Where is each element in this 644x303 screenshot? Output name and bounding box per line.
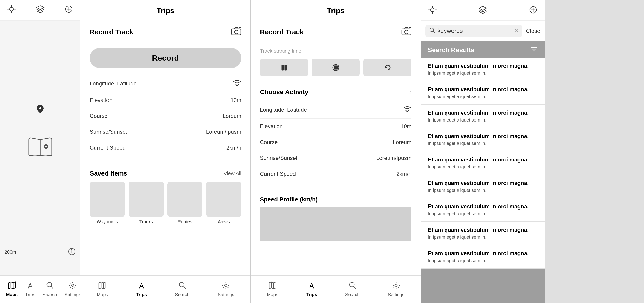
saved-waypoints[interactable]: Waypoints xyxy=(90,182,125,224)
trips-icon-p2 xyxy=(138,282,145,291)
result-item-1[interactable]: Etiam quam vestibulum in orci magna. In … xyxy=(421,81,545,104)
trips-content: Record Track Record Longitude, Latitude xyxy=(80,20,250,276)
nav-maps-p3[interactable]: Maps xyxy=(263,280,282,299)
maps-nav-label: Maps xyxy=(6,292,18,297)
nav-trips[interactable]: Trips xyxy=(22,280,39,299)
saved-items-title: Saved Items xyxy=(90,170,127,177)
record-track-header-row: Record Track xyxy=(90,27,241,37)
sunrise-value: Loreum/Ipusm xyxy=(206,129,241,135)
add-location-icon[interactable] xyxy=(64,4,73,16)
trips-label-p3: Trips xyxy=(306,292,317,297)
close-button[interactable]: Close xyxy=(526,28,540,34)
nav-maps-p2[interactable]: Maps xyxy=(93,280,112,299)
section-underline xyxy=(90,42,108,42)
nav-settings-p3[interactable]: Settings xyxy=(384,280,408,299)
layers-icon[interactable] xyxy=(36,4,45,16)
record-track-title: Record Track xyxy=(90,28,134,36)
maps-icon-p3 xyxy=(269,282,276,291)
map-top-bar xyxy=(0,0,80,21)
map-panel: 200m Maps xyxy=(0,0,80,303)
svg-rect-41 xyxy=(334,66,338,69)
result-sub-5: In ipsum eget aliquet sem in. xyxy=(428,188,538,193)
pause-button[interactable] xyxy=(260,59,308,76)
nav-search-p2[interactable]: Search xyxy=(171,280,193,299)
control-buttons xyxy=(260,59,412,76)
speed-value-p3: 2km/h xyxy=(396,171,412,177)
settings-icon-p2 xyxy=(222,282,230,291)
choose-activity-label: Choose Activity xyxy=(260,88,308,96)
saved-routes[interactable]: Routes xyxy=(168,182,203,224)
search-panel: ✕ Close Search Results Etiam quam vestib… xyxy=(421,0,545,303)
map-info-button[interactable] xyxy=(68,248,76,257)
filter-icon[interactable] xyxy=(530,46,538,54)
tracks-label: Tracks xyxy=(139,219,153,224)
nav-trips-p3[interactable]: Trips xyxy=(302,280,321,299)
reset-button[interactable] xyxy=(364,59,412,76)
saved-tracks[interactable]: Tracks xyxy=(128,182,164,224)
waypoints-box xyxy=(90,182,125,217)
search-results-title: Search Results xyxy=(428,46,474,54)
settings-label-p2: Settings xyxy=(218,292,234,297)
view-all-link[interactable]: View All xyxy=(224,170,241,176)
camera-add-icon[interactable] xyxy=(231,27,241,37)
settings-icon-p3 xyxy=(392,282,400,291)
nav-maps[interactable]: Maps xyxy=(2,280,22,299)
result-title-4: Etiam quam vestibulum in orci magna. xyxy=(428,156,538,163)
trips-panel: Trips Record Track Record Longitude, Lat… xyxy=(80,0,251,303)
trips-nav-icon xyxy=(26,282,34,291)
result-sub-4: In ipsum eget aliquet sem in. xyxy=(428,164,538,170)
search-icon-p2 xyxy=(178,282,186,291)
nav-search[interactable]: Search xyxy=(39,280,61,299)
nav-search-p3[interactable]: Search xyxy=(342,280,364,299)
result-item-2[interactable]: Etiam quam vestibulum in orci magna. In … xyxy=(421,104,545,128)
longitude-label: Longitude, Latitude xyxy=(90,80,136,87)
svg-point-47 xyxy=(350,282,354,287)
svg-rect-38 xyxy=(282,65,283,70)
camera-add-icon-p3[interactable] xyxy=(401,27,412,37)
longitude-label-p3: Longitude, Latitude xyxy=(260,107,307,113)
add-location-icon-p4[interactable] xyxy=(528,5,538,15)
saved-areas[interactable]: Areas xyxy=(206,182,241,224)
settings-nav-label: Settings xyxy=(64,292,80,297)
result-item-6[interactable]: Etiam quam vestibulum in orci magna. In … xyxy=(421,198,545,222)
result-title-1: Etiam quam vestibulum in orci magna. xyxy=(428,86,538,93)
result-item-8[interactable]: Etiam quam vestibulum in orci magna. In … xyxy=(421,245,545,269)
trips-active-content: Record Track Track starting time xyxy=(251,20,421,276)
result-item-0[interactable]: Etiam quam vestibulum in orci magna. In … xyxy=(421,58,545,81)
nav-trips-p2[interactable]: Trips xyxy=(132,280,151,299)
speed-label-p3: Current Speed xyxy=(260,171,296,177)
result-item-5[interactable]: Etiam quam vestibulum in orci magna. In … xyxy=(421,175,545,198)
layers-icon-p4[interactable] xyxy=(478,5,487,15)
gps-signal-icon-p3 xyxy=(403,106,412,114)
result-sub-3: In ipsum eget aliquet sem in. xyxy=(428,141,538,146)
bottom-nav-map: Maps Trips Search xyxy=(0,276,80,303)
search-icon-p3 xyxy=(349,282,356,291)
waypoints-label: Waypoints xyxy=(96,219,118,224)
location-target-icon[interactable] xyxy=(7,4,16,16)
elevation-label-p3: Elevation xyxy=(260,123,283,130)
tracks-box xyxy=(128,182,164,217)
svg-line-48 xyxy=(354,287,356,289)
search-input[interactable] xyxy=(438,27,512,34)
result-item-4[interactable]: Etiam quam vestibulum in orci magna. In … xyxy=(421,151,545,175)
trips-icon-p3 xyxy=(308,282,316,291)
record-track-header-row-p3: Record Track xyxy=(260,27,412,37)
result-item-3[interactable]: Etiam quam vestibulum in orci magna. In … xyxy=(421,128,545,151)
nav-settings-p2[interactable]: Settings xyxy=(214,280,238,299)
speed-row: Current Speed 2km/h xyxy=(90,140,241,156)
course-value-p3: Loreum xyxy=(393,139,412,145)
location-target-icon-p4[interactable] xyxy=(428,5,437,15)
record-button[interactable]: Record xyxy=(90,48,241,68)
nav-settings[interactable]: Settings xyxy=(61,280,80,299)
choose-activity-row[interactable]: Choose Activity › xyxy=(260,83,412,101)
speed-label: Current Speed xyxy=(90,144,126,151)
result-item-7[interactable]: Etiam quam vestibulum in orci magna. In … xyxy=(421,222,545,245)
search-clear-icon[interactable]: ✕ xyxy=(514,28,519,34)
stop-button[interactable] xyxy=(312,59,360,76)
search-results-header: Search Results xyxy=(421,41,545,58)
longitude-row-p3: Longitude, Latitude xyxy=(260,101,412,119)
search-nav-label: Search xyxy=(42,292,57,297)
course-value: Loreum xyxy=(223,113,241,119)
svg-point-21 xyxy=(72,284,74,287)
section-underline-p3 xyxy=(260,42,278,42)
